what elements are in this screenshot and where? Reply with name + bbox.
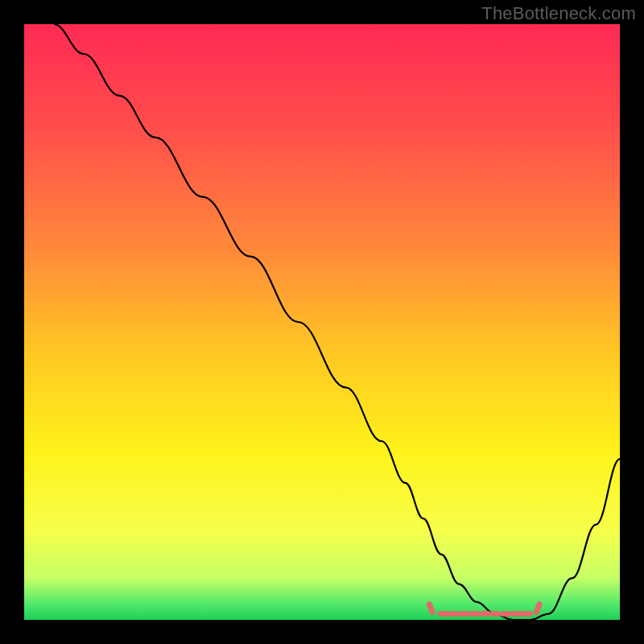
watermark: TheBottleneck.com (481, 3, 636, 24)
background-gradient (24, 24, 620, 620)
plot-area (24, 24, 620, 620)
chart-svg (24, 24, 620, 620)
chart-container: TheBottleneck.com (0, 0, 644, 644)
svg-line-10 (536, 605, 539, 613)
svg-line-0 (429, 605, 432, 613)
